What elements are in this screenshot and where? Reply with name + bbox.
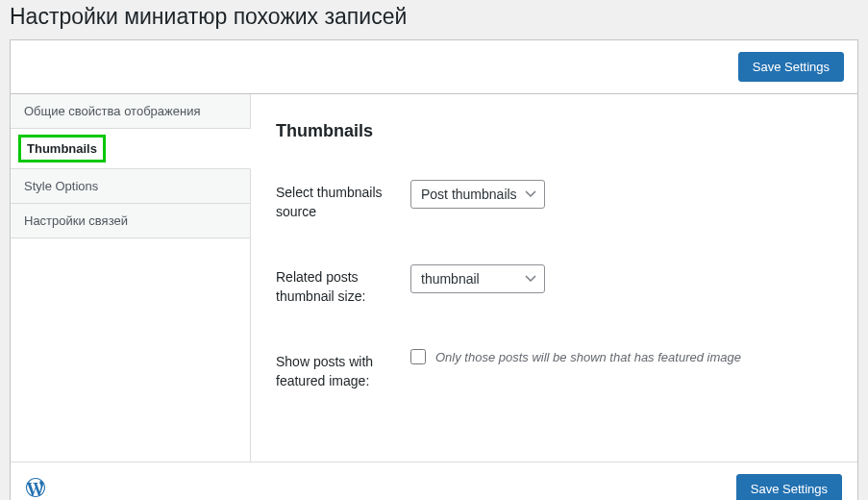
settings-box: Save Settings Общие свойства отображения… <box>10 39 858 500</box>
field-featured-image: Show posts with featured image: Only tho… <box>276 349 832 390</box>
tab-general-display[interactable]: Общие свойства отображения <box>11 94 250 129</box>
field-control: Post thumbnails <box>410 180 832 209</box>
top-actions: Save Settings <box>11 40 857 93</box>
settings-content: Thumbnails Select thumbnails source Post… <box>251 94 857 462</box>
checkbox-description: Only those posts will be shown that has … <box>435 350 741 364</box>
tab-relations[interactable]: Настройки связей <box>11 204 250 238</box>
field-label: Select thumbnails source <box>276 180 410 221</box>
featured-image-checkbox[interactable] <box>410 349 426 364</box>
checkbox-wrap: Only those posts will be shown that has … <box>410 349 832 364</box>
wordpress-logo-icon <box>26 478 45 500</box>
page-title: Настройки миниатюр похожих записей <box>10 4 858 30</box>
field-label: Related posts thumbnail size: <box>276 264 410 306</box>
field-control: thumbnail <box>410 264 832 293</box>
field-label: Show posts with featured image: <box>276 349 410 390</box>
tab-label: Style Options <box>24 179 98 193</box>
tab-thumbnails[interactable]: Thumbnails <box>11 129 251 169</box>
thumbnails-source-select[interactable]: Post thumbnails <box>410 180 545 209</box>
field-control: Only those posts will be shown that has … <box>410 349 832 364</box>
tab-label: Thumbnails <box>18 135 106 162</box>
save-settings-button-bottom[interactable]: Save Settings <box>736 474 842 500</box>
settings-tabs-sidebar: Общие свойства отображения Thumbnails St… <box>11 94 251 462</box>
save-settings-button-top[interactable]: Save Settings <box>738 52 844 82</box>
field-thumbnails-source: Select thumbnails source Post thumbnails <box>276 180 832 221</box>
tab-style-options[interactable]: Style Options <box>11 169 250 204</box>
settings-footer: Save Settings <box>11 462 857 500</box>
thumbnail-size-select[interactable]: thumbnail <box>410 264 545 293</box>
tab-label: Настройки связей <box>24 213 128 228</box>
settings-body: Общие свойства отображения Thumbnails St… <box>11 93 857 462</box>
field-thumbnail-size: Related posts thumbnail size: thumbnail <box>276 264 832 306</box>
section-title: Thumbnails <box>276 121 832 141</box>
tab-label: Общие свойства отображения <box>24 104 200 118</box>
